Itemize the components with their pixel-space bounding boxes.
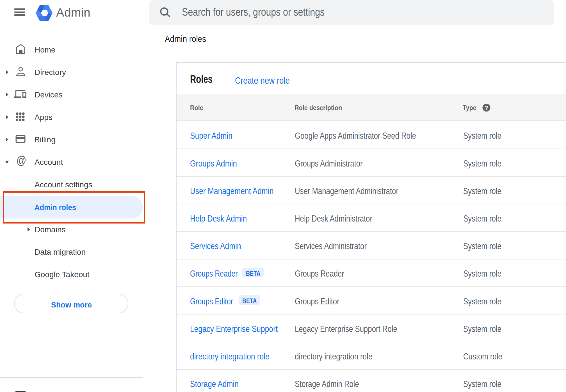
svg-text:?: ? [485,104,488,111]
